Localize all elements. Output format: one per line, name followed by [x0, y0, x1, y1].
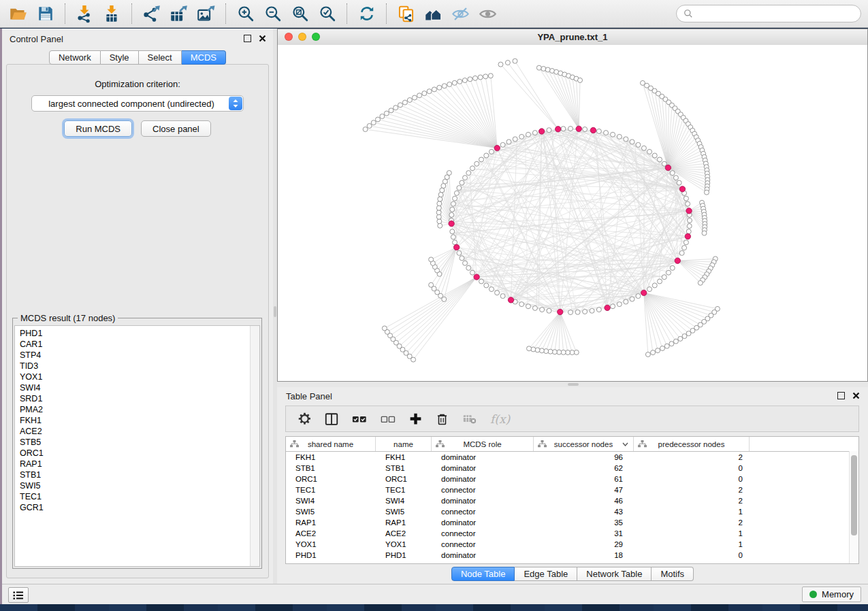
table-cell[interactable]: 43: [534, 506, 634, 517]
table-options-gear-icon[interactable]: [298, 412, 312, 426]
table-cell[interactable]: 0: [634, 550, 750, 561]
table-cell[interactable]: 35: [534, 517, 634, 528]
column-header-shared-name[interactable]: shared name: [286, 437, 376, 451]
table-cell[interactable]: SWI5: [286, 506, 376, 517]
table-cell[interactable]: TEC1: [376, 484, 432, 495]
column-header-MCDS-role[interactable]: MCDS role: [432, 437, 534, 451]
tab-motifs[interactable]: Motifs: [652, 567, 694, 581]
table-cell[interactable]: 46: [534, 495, 634, 506]
table-cell[interactable]: ACE2: [376, 528, 432, 539]
table-cell[interactable]: SWI4: [376, 495, 432, 506]
table-cell[interactable]: STB1: [286, 463, 376, 474]
tab-style[interactable]: Style: [101, 50, 139, 65]
mcds-result-item[interactable]: FKH1: [15, 415, 250, 426]
column-header-name[interactable]: name: [376, 437, 432, 451]
table-row[interactable]: RAP1RAP1dominator352: [286, 517, 858, 528]
table-cell[interactable]: STB1: [376, 463, 432, 474]
mcds-result-item[interactable]: STB5: [15, 437, 250, 448]
table-cell[interactable]: 1: [634, 506, 750, 517]
close-panel-icon[interactable]: [852, 392, 860, 399]
table-cell[interactable]: connector: [432, 484, 534, 495]
table-row[interactable]: STB1STB1dominator620: [286, 463, 858, 474]
deselect-all-icon[interactable]: [380, 412, 396, 427]
table-row[interactable]: ORC1ORC1dominator610: [286, 474, 858, 484]
mcds-result-item[interactable]: CAR1: [15, 339, 250, 350]
criterion-dropdown[interactable]: largest connected component (undirected): [31, 95, 244, 112]
table-scrollbar[interactable]: [849, 451, 858, 563]
mcds-result-item[interactable]: YOX1: [15, 371, 250, 382]
show-columns-icon[interactable]: [324, 412, 339, 427]
add-column-icon[interactable]: [408, 412, 423, 426]
import-network-button[interactable]: [72, 2, 97, 25]
table-cell[interactable]: dominator: [432, 495, 534, 506]
table-cell[interactable]: 1: [634, 539, 750, 550]
table-cell[interactable]: PHD1: [376, 550, 432, 561]
column-header-predecessor-nodes[interactable]: predecessor nodes: [634, 437, 750, 451]
table-cell[interactable]: 62: [534, 463, 634, 474]
table-cell[interactable]: YOX1: [376, 539, 432, 550]
mcds-result-item[interactable]: STP4: [15, 350, 250, 361]
float-panel-icon[interactable]: [244, 35, 251, 42]
table-row[interactable]: YOX1YOX1connector291: [286, 539, 858, 550]
close-panel-button[interactable]: Close panel: [141, 120, 211, 137]
table-cell[interactable]: dominator: [432, 452, 534, 463]
table-cell[interactable]: 2: [634, 517, 750, 528]
table-cell[interactable]: dominator: [432, 474, 534, 484]
table-cell[interactable]: 2: [634, 484, 750, 495]
table-row[interactable]: SWI5SWI5connector431: [286, 506, 858, 517]
table-cell[interactable]: TEC1: [286, 484, 376, 495]
export-network-button[interactable]: [139, 2, 164, 25]
table-cell[interactable]: PHD1: [286, 550, 376, 561]
delete-column-icon[interactable]: [435, 412, 449, 427]
mcds-result-item[interactable]: PMA2: [15, 404, 250, 415]
zoom-out-button[interactable]: [260, 2, 285, 25]
open-file-button[interactable]: [5, 2, 31, 25]
table-cell[interactable]: 1: [634, 528, 750, 539]
mcds-result-list[interactable]: PHD1CAR1STP4TID3YOX1SWI4SRD1PMA2FKH1ACE2…: [14, 325, 260, 567]
table-row[interactable]: SWI4SWI4dominator462: [286, 495, 858, 506]
table-cell[interactable]: RAP1: [376, 517, 432, 528]
network-graph[interactable]: [278, 45, 867, 381]
table-cell[interactable]: YOX1: [286, 539, 376, 550]
tab-mcds[interactable]: MCDS: [182, 50, 226, 65]
table-cell[interactable]: 96: [534, 452, 634, 463]
mcds-result-item[interactable]: PHD1: [15, 328, 250, 339]
table-cell[interactable]: ORC1: [376, 474, 432, 484]
table-cell[interactable]: SWI4: [286, 495, 376, 506]
float-panel-icon[interactable]: [837, 392, 845, 399]
table-cell[interactable]: connector: [432, 528, 534, 539]
table-cell[interactable]: ACE2: [286, 528, 376, 539]
tab-select[interactable]: Select: [139, 50, 182, 65]
show-all-button[interactable]: [475, 2, 500, 25]
table-cell[interactable]: 0: [634, 463, 750, 474]
mcds-list-scrollbar[interactable]: [250, 326, 259, 566]
table-cell[interactable]: RAP1: [286, 517, 376, 528]
table-cell[interactable]: 2: [634, 452, 750, 463]
run-mcds-button[interactable]: Run MCDS: [64, 120, 132, 137]
clone-network-button[interactable]: [393, 2, 419, 25]
table-cell[interactable]: FKH1: [286, 452, 376, 463]
horizontal-splitter[interactable]: [277, 382, 868, 387]
save-session-button[interactable]: [33, 2, 58, 25]
close-panel-icon[interactable]: [259, 35, 266, 42]
mcds-result-item[interactable]: TEC1: [15, 491, 250, 502]
mcds-result-item[interactable]: TID3: [15, 361, 250, 371]
table-cell[interactable]: SWI5: [376, 506, 432, 517]
hide-selected-button[interactable]: [448, 2, 473, 25]
table-cell[interactable]: connector: [432, 506, 534, 517]
table-cell[interactable]: 18: [534, 550, 634, 561]
network-canvas[interactable]: [278, 45, 867, 381]
table-row[interactable]: PHD1PHD1dominator180: [286, 550, 858, 561]
function-builder-icon[interactable]: f(x): [490, 412, 510, 426]
table-cell[interactable]: 0: [634, 474, 750, 484]
tab-node-table[interactable]: Node Table: [451, 567, 515, 581]
table-cell[interactable]: ORC1: [286, 474, 376, 484]
zoom-selected-button[interactable]: [315, 2, 340, 25]
mcds-result-item[interactable]: ORC1: [15, 448, 250, 459]
table-row[interactable]: TEC1TEC1connector472: [286, 484, 858, 495]
table-cell[interactable]: dominator: [432, 517, 534, 528]
table-cell[interactable]: 47: [534, 484, 634, 495]
select-all-icon[interactable]: [351, 412, 368, 427]
table-cell[interactable]: 31: [534, 528, 634, 539]
show-panel-list-button[interactable]: [8, 587, 29, 603]
